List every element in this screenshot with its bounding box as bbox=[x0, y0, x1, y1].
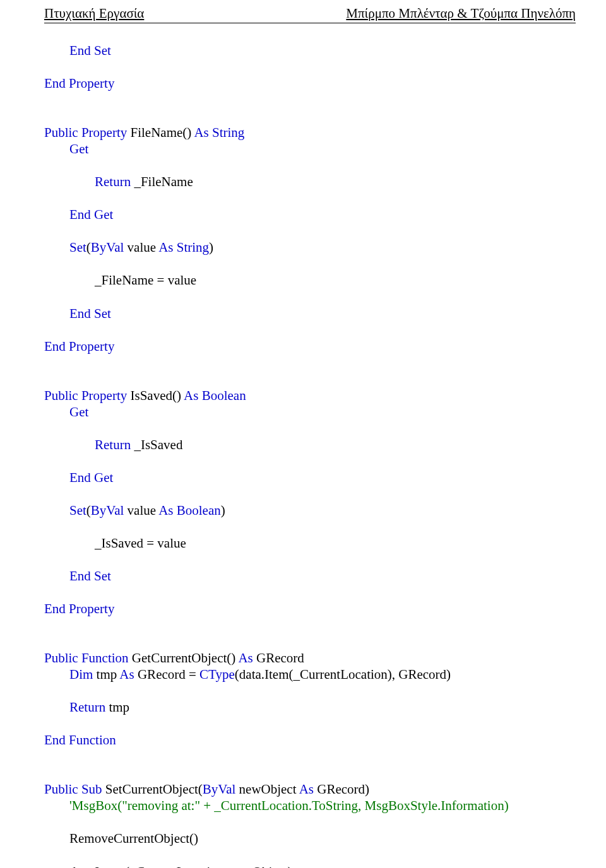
code-text: (data.Item(_CurrentLocation), GRecord) bbox=[235, 667, 451, 682]
code-text: Public Property bbox=[44, 125, 127, 140]
code-text: Return bbox=[95, 437, 131, 452]
code-text: _FileName = value bbox=[95, 273, 196, 288]
code-text: ByVal bbox=[91, 503, 124, 518]
code-text: Set bbox=[69, 503, 86, 518]
code-text: As bbox=[119, 667, 134, 682]
code-text: RemoveCurrentObject() bbox=[69, 831, 198, 846]
code-text: As String bbox=[158, 240, 209, 255]
code-text: GRecord = bbox=[134, 667, 199, 682]
code-text: GRecord) bbox=[314, 782, 369, 797]
code-text: Public Sub bbox=[44, 782, 102, 797]
code-text: Public Property bbox=[44, 388, 127, 403]
code-text: IsSaved() bbox=[127, 388, 184, 403]
code-text: End Set bbox=[69, 568, 111, 584]
code-text: End Get bbox=[69, 207, 113, 222]
code-text: tmp bbox=[93, 667, 119, 682]
code-text: GetCurrentObject() bbox=[129, 650, 239, 666]
header-right-authors: Μπίρμπο Μπλένταρ & Τζούμπα Πηνελόπη bbox=[346, 5, 576, 21]
code-text: ) bbox=[209, 240, 213, 255]
code-text: Public Function bbox=[44, 650, 129, 666]
code-text: ByVal bbox=[91, 240, 124, 255]
code-text: As Boolean bbox=[158, 503, 221, 518]
code-text: ( bbox=[86, 240, 91, 255]
code-text: value bbox=[124, 240, 158, 255]
code-text: value bbox=[124, 503, 158, 518]
code-text: Return bbox=[95, 174, 131, 189]
code-text: Get bbox=[69, 404, 88, 419]
code-text: SetCurrentObject( bbox=[102, 782, 203, 797]
code-text: newObject bbox=[235, 782, 299, 797]
code-text: _FileName bbox=[131, 174, 193, 189]
code-text: End Property bbox=[44, 601, 114, 616]
code-text: End Get bbox=[69, 470, 113, 485]
code-comment: 'MsgBox("removing at:" + _CurrentLocatio… bbox=[69, 798, 509, 813]
code-text: End Function bbox=[44, 732, 116, 748]
code-text: Dim bbox=[69, 667, 93, 682]
code-text: ByVal bbox=[203, 782, 236, 797]
code-text: End Property bbox=[44, 339, 114, 354]
code-text: CType bbox=[199, 667, 235, 682]
code-text: Return bbox=[69, 700, 105, 715]
code-text: ( bbox=[86, 503, 91, 518]
code-text: data.Insert(_CurrentLocation, newObject) bbox=[69, 864, 292, 869]
code-text: Get bbox=[69, 141, 88, 156]
code-text: _IsSaved bbox=[131, 437, 182, 452]
code-text: End Set bbox=[69, 43, 111, 58]
code-text: End Set bbox=[69, 306, 111, 321]
code-text: FileName() bbox=[127, 125, 194, 140]
code-text: As Boolean bbox=[184, 388, 246, 403]
code-text: As bbox=[299, 782, 314, 797]
code-text: As String bbox=[194, 125, 244, 140]
header-rule bbox=[44, 23, 576, 23]
code-text: Set bbox=[69, 240, 86, 255]
code-text: ) bbox=[221, 503, 225, 518]
code-text: As bbox=[238, 650, 252, 666]
header-left-title: Πτυχιακή Εργασία bbox=[44, 5, 144, 21]
page-header: Πτυχιακή Εργασία Μπίρμπο Μπλένταρ & Τζού… bbox=[44, 0, 576, 23]
code-text: End Property bbox=[44, 76, 114, 91]
code-text: GRecord bbox=[253, 650, 304, 666]
code-text: _IsSaved = value bbox=[95, 536, 186, 551]
code-text: tmp bbox=[105, 700, 129, 715]
code-block: End Set End Property Public Property Fil… bbox=[44, 26, 576, 868]
